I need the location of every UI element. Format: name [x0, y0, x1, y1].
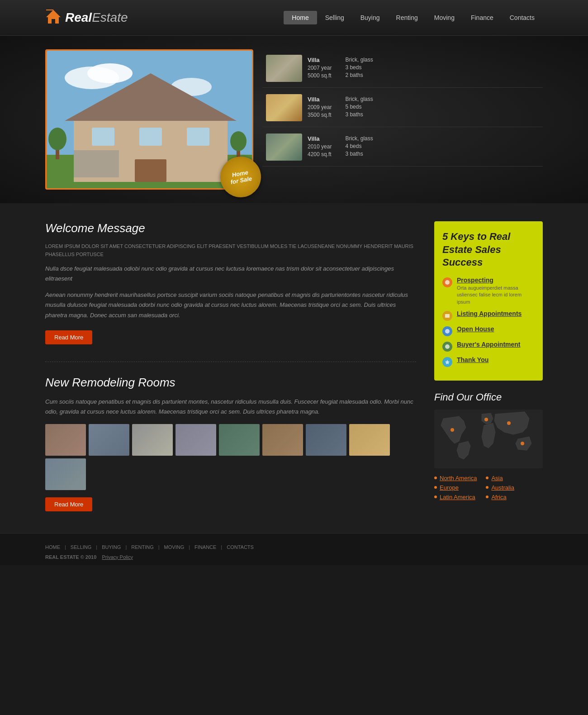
australia-bullet — [486, 486, 488, 489]
keys-title: 5 Keys to Real Estate Sales Success — [442, 230, 535, 269]
prospecting-icon — [442, 277, 452, 287]
key-prospecting[interactable]: Prospecting Orta augueimperdiet massa us… — [442, 276, 535, 305]
office-europe[interactable]: Europe — [434, 484, 477, 491]
footer-privacy-link[interactable]: Privacy Policy — [102, 554, 133, 560]
footer-renting[interactable]: RENTING — [131, 544, 154, 550]
footer-contacts[interactable]: CONTACTS — [227, 544, 254, 550]
asia-label: Asia — [491, 475, 503, 481]
svg-point-20 — [445, 329, 450, 334]
svg-point-26 — [507, 421, 511, 425]
key-thank-you-label[interactable]: Thank You — [457, 356, 488, 363]
gallery-thumb-2[interactable] — [89, 424, 129, 456]
world-map — [434, 410, 543, 468]
hero-section: Homefor Sale Villa 2007 year 5000 sq.ft … — [0, 36, 588, 203]
key-open-house[interactable]: Open House — [442, 325, 535, 336]
svg-point-17 — [230, 131, 247, 151]
key-prospecting-label[interactable]: Prospecting — [457, 276, 535, 284]
north-america-bullet — [434, 477, 437, 479]
footer-sep-5: | — [189, 544, 190, 550]
main-content: Welcome Message LOREM IPSUM DOLOR SIT AM… — [0, 203, 588, 533]
office-col-2: Asia Australia Africa — [486, 475, 514, 500]
main-nav: Home Selling Buying Renting Moving Finan… — [284, 11, 543, 24]
welcome-text1: Nulla dsce feugiat malesuada odiobi nunc… — [45, 264, 416, 284]
welcome-text2: Aenean nonummy hendrerit maurihasellus p… — [45, 290, 416, 320]
svg-rect-10 — [139, 128, 162, 146]
svg-point-21 — [445, 344, 450, 349]
footer-selling[interactable]: SELLING — [71, 544, 91, 550]
section-divider-1 — [45, 362, 416, 362]
gallery-thumb-1[interactable] — [45, 424, 86, 456]
key-listing[interactable]: Listing Appointments — [442, 310, 535, 321]
svg-point-24 — [450, 428, 454, 432]
gallery-thumb-5[interactable] — [219, 424, 260, 456]
gallery-thumb-7[interactable] — [306, 424, 346, 456]
gallery-thumb-6[interactable] — [262, 424, 303, 456]
property-list: Villa 2007 year 5000 sq.ft Brick, glass … — [262, 49, 543, 167]
listing-icon — [442, 311, 452, 321]
key-prospecting-content: Prospecting Orta augueimperdiet massa us… — [457, 276, 535, 305]
svg-rect-12 — [135, 159, 166, 182]
svg-marker-0 — [46, 10, 61, 24]
property-card-2[interactable]: Villa 2009 year 3500 sq.ft Brick, glass … — [262, 89, 543, 127]
footer-sep-3: | — [125, 544, 127, 550]
footer-brand: REAL ESTATE — [45, 554, 79, 560]
key-buyers-content: Buyer's Appointment — [457, 341, 521, 348]
key-thank-you[interactable]: Thank You — [442, 356, 535, 367]
nav-home[interactable]: Home — [284, 11, 317, 24]
remodeling-read-more-button[interactable]: Read More — [45, 497, 92, 511]
footer-sep-4: | — [158, 544, 160, 550]
gallery-thumb-9[interactable] — [45, 458, 86, 490]
key-open-house-label[interactable]: Open House — [457, 325, 494, 333]
office-asia[interactable]: Asia — [486, 475, 514, 481]
office-north-america[interactable]: North America — [434, 475, 477, 481]
footer-finance[interactable]: FINANCE — [194, 544, 216, 550]
gallery-thumb-8[interactable] — [349, 424, 390, 456]
nav-moving[interactable]: Moving — [426, 11, 463, 24]
keys-box: 5 Keys to Real Estate Sales Success Pros… — [434, 221, 543, 381]
office-africa[interactable]: Africa — [486, 494, 514, 500]
europe-bullet — [434, 486, 437, 489]
house-photo — [47, 51, 252, 188]
property-info-2: Villa 2009 year 3500 sq.ft Brick, glass … — [308, 96, 373, 119]
gallery-thumb-3[interactable] — [132, 424, 173, 456]
key-buyers-appointment[interactable]: Buyer's Appointment — [442, 341, 535, 352]
nav-buying[interactable]: Buying — [352, 11, 388, 24]
welcome-title: Welcome Message — [45, 221, 416, 235]
svg-marker-22 — [445, 360, 450, 364]
gallery-thumb-4[interactable] — [175, 424, 216, 456]
welcome-read-more-button[interactable]: Read More — [45, 330, 92, 344]
logo-icon — [45, 8, 62, 27]
property-info-1: Villa 2007 year 5000 sq.ft Brick, glass … — [308, 57, 373, 80]
nav-selling[interactable]: Selling — [317, 11, 352, 24]
nav-renting[interactable]: Renting — [388, 11, 426, 24]
nav-finance[interactable]: Finance — [463, 11, 502, 24]
right-sidebar: 5 Keys to Real Estate Sales Success Pros… — [434, 221, 543, 515]
svg-point-4 — [87, 63, 133, 83]
find-office-section: Find Our Office — [434, 391, 543, 500]
svg-rect-19 — [445, 314, 450, 318]
property-card-3[interactable]: Villa 2010 year 4200 sq.ft Brick, glass … — [262, 128, 543, 167]
footer-sep-2: | — [96, 544, 97, 550]
property-thumb-3 — [266, 133, 302, 161]
key-listing-content: Listing Appointments — [457, 310, 522, 317]
office-col-1: North America Europe Latin America — [434, 475, 477, 500]
footer-home[interactable]: HOME — [45, 544, 60, 550]
key-open-house-content: Open House — [457, 325, 494, 333]
thank-you-icon — [442, 357, 452, 367]
welcome-text-upper: LOREM IPSUM DOLOR SIT AMET CONSECTETUER … — [45, 243, 416, 258]
latin-america-bullet — [434, 496, 437, 498]
footer-moving[interactable]: MOVING — [164, 544, 185, 550]
property-card-1[interactable]: Villa 2007 year 5000 sq.ft Brick, glass … — [262, 49, 543, 88]
footer-nav: HOME | SELLING | BUYING | RENTING | MOVI… — [0, 533, 588, 565]
africa-label: Africa — [491, 494, 506, 500]
main-property-image[interactable]: Homefor Sale — [45, 49, 253, 190]
key-listing-label[interactable]: Listing Appointments — [457, 310, 522, 317]
office-australia[interactable]: Australia — [486, 484, 514, 491]
property-info-3: Villa 2010 year 4200 sq.ft Brick, glass … — [308, 135, 373, 159]
nav-contacts[interactable]: Contacts — [502, 11, 543, 24]
remodeling-gallery — [45, 424, 416, 490]
office-latin-america[interactable]: Latin America — [434, 494, 477, 500]
footer-buying[interactable]: BUYING — [102, 544, 121, 550]
key-buyers-label[interactable]: Buyer's Appointment — [457, 341, 521, 348]
find-office-title: Find Our Office — [434, 391, 543, 403]
